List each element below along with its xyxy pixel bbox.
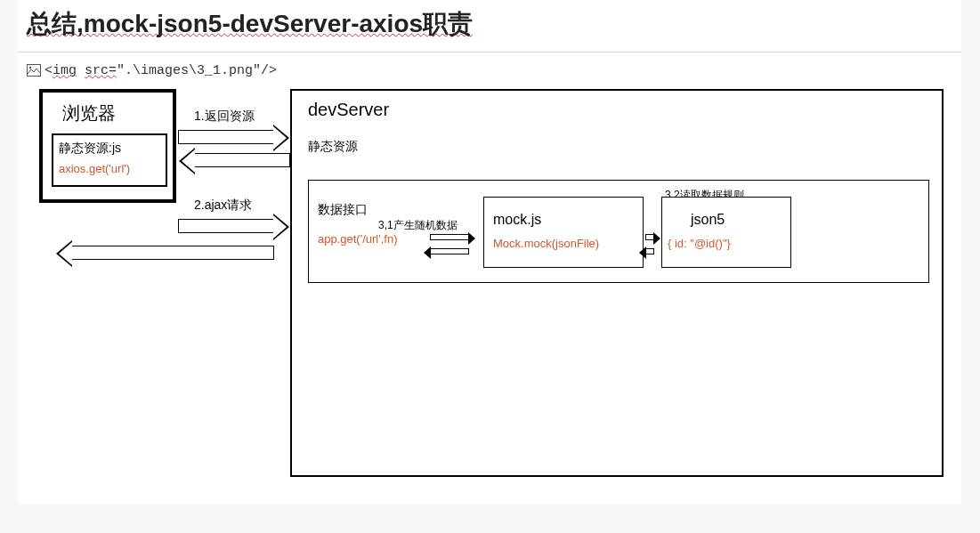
svg-rect-0 [28,65,41,77]
devserver-box: devServer 静态资源 数据接口 3,1产生随机数据 app.get('/… [290,89,944,477]
mockjs-code: Mock.mock(jsonFile) [493,237,599,250]
arrow-1-left [194,153,290,167]
json5-title: json5 [691,212,725,228]
img-tag-line: <img src=".\images\3_1.png"/> [18,52,961,85]
page-title: 总结,mock-json5-devServer-axios职责 [18,0,961,52]
browser-box: 浏览器 静态资源:js axios.get('url') [39,89,176,203]
api-title: 数据接口 [318,202,368,218]
arrow-2-right [178,219,274,233]
flow2-label: 2.ajax请求 [194,198,252,214]
mockjs-box: mock.js Mock.mock(jsonFile) [483,197,644,268]
browser-title: 浏览器 [62,101,192,125]
devserver-static-label: 静态资源 [308,139,358,155]
flow1-label: 1.返回资源 [194,109,255,125]
mini-arrow-mock-to-json5 [645,234,654,240]
arrow-2-left [71,246,274,260]
json5-box: json5 { id: "@id()"} [661,197,791,268]
json5-code: { id: "@id()"} [668,237,731,250]
api-code: app.get('/url',fn) [318,232,398,246]
arrow-1-right [178,130,274,144]
static-js-label: 静态资源:js [59,141,121,157]
mini-arrow-json5-to-mock [645,248,654,254]
step-3-1: 3,1产生随机数据 [378,218,458,233]
svg-point-1 [29,67,31,69]
axios-code: axios.get('url') [59,162,130,175]
mini-arrow-api-to-mock [430,234,469,240]
inner-panel: 数据接口 3,1产生随机数据 app.get('/url',fn) mock.j… [308,180,929,283]
mockjs-title: mock.js [493,212,541,228]
mini-arrow-mock-to-api [430,248,469,254]
browser-inner-box: 静态资源:js axios.get('url') [52,133,167,187]
broken-image-icon [27,64,41,77]
architecture-diagram: 浏览器 静态资源:js axios.get('url') devServer 静… [27,85,952,486]
devserver-title: devServer [308,100,389,120]
